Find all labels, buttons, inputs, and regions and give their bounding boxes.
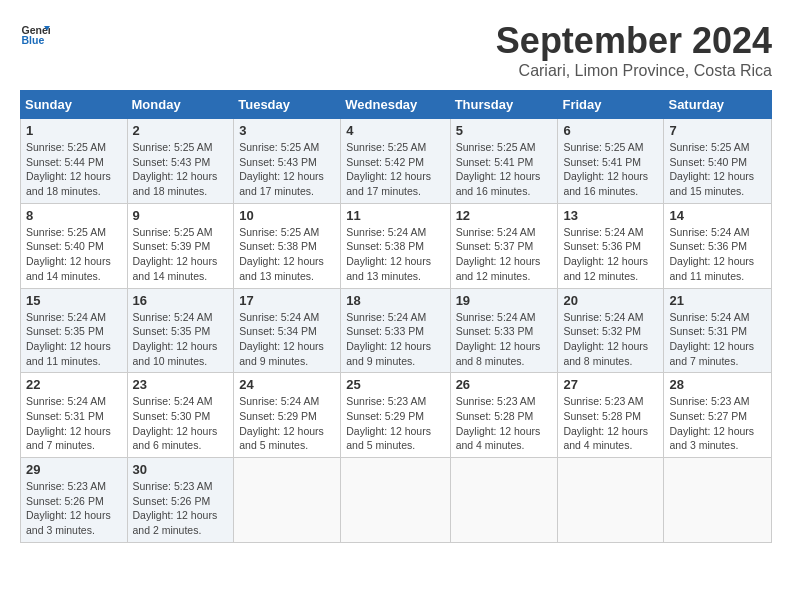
day-info: Sunrise: 5:25 AM Sunset: 5:42 PM Dayligh… bbox=[346, 140, 444, 199]
table-row: 7Sunrise: 5:25 AM Sunset: 5:40 PM Daylig… bbox=[664, 119, 772, 204]
header-monday: Monday bbox=[127, 91, 234, 119]
day-info: Sunrise: 5:23 AM Sunset: 5:28 PM Dayligh… bbox=[456, 394, 553, 453]
day-number: 7 bbox=[669, 123, 766, 138]
day-number: 24 bbox=[239, 377, 335, 392]
day-info: Sunrise: 5:25 AM Sunset: 5:41 PM Dayligh… bbox=[456, 140, 553, 199]
day-number: 17 bbox=[239, 293, 335, 308]
day-info: Sunrise: 5:24 AM Sunset: 5:31 PM Dayligh… bbox=[26, 394, 122, 453]
table-row: 25Sunrise: 5:23 AM Sunset: 5:29 PM Dayli… bbox=[341, 373, 450, 458]
day-info: Sunrise: 5:24 AM Sunset: 5:32 PM Dayligh… bbox=[563, 310, 658, 369]
table-row: 22Sunrise: 5:24 AM Sunset: 5:31 PM Dayli… bbox=[21, 373, 128, 458]
table-row: 14Sunrise: 5:24 AM Sunset: 5:36 PM Dayli… bbox=[664, 203, 772, 288]
day-info: Sunrise: 5:24 AM Sunset: 5:33 PM Dayligh… bbox=[346, 310, 444, 369]
table-row: 10Sunrise: 5:25 AM Sunset: 5:38 PM Dayli… bbox=[234, 203, 341, 288]
table-row: 3Sunrise: 5:25 AM Sunset: 5:43 PM Daylig… bbox=[234, 119, 341, 204]
day-number: 11 bbox=[346, 208, 444, 223]
day-number: 23 bbox=[133, 377, 229, 392]
day-info: Sunrise: 5:25 AM Sunset: 5:43 PM Dayligh… bbox=[133, 140, 229, 199]
table-row: 6Sunrise: 5:25 AM Sunset: 5:41 PM Daylig… bbox=[558, 119, 664, 204]
table-row bbox=[558, 458, 664, 543]
table-row: 28Sunrise: 5:23 AM Sunset: 5:27 PM Dayli… bbox=[664, 373, 772, 458]
day-info: Sunrise: 5:24 AM Sunset: 5:37 PM Dayligh… bbox=[456, 225, 553, 284]
day-info: Sunrise: 5:23 AM Sunset: 5:29 PM Dayligh… bbox=[346, 394, 444, 453]
day-number: 10 bbox=[239, 208, 335, 223]
day-info: Sunrise: 5:24 AM Sunset: 5:31 PM Dayligh… bbox=[669, 310, 766, 369]
day-number: 1 bbox=[26, 123, 122, 138]
day-info: Sunrise: 5:23 AM Sunset: 5:28 PM Dayligh… bbox=[563, 394, 658, 453]
table-row: 20Sunrise: 5:24 AM Sunset: 5:32 PM Dayli… bbox=[558, 288, 664, 373]
table-row: 9Sunrise: 5:25 AM Sunset: 5:39 PM Daylig… bbox=[127, 203, 234, 288]
table-row: 1Sunrise: 5:25 AM Sunset: 5:44 PM Daylig… bbox=[21, 119, 128, 204]
table-row: 24Sunrise: 5:24 AM Sunset: 5:29 PM Dayli… bbox=[234, 373, 341, 458]
day-number: 5 bbox=[456, 123, 553, 138]
table-row: 2Sunrise: 5:25 AM Sunset: 5:43 PM Daylig… bbox=[127, 119, 234, 204]
day-number: 16 bbox=[133, 293, 229, 308]
header-thursday: Thursday bbox=[450, 91, 558, 119]
day-number: 28 bbox=[669, 377, 766, 392]
day-number: 9 bbox=[133, 208, 229, 223]
day-number: 25 bbox=[346, 377, 444, 392]
table-row: 16Sunrise: 5:24 AM Sunset: 5:35 PM Dayli… bbox=[127, 288, 234, 373]
day-info: Sunrise: 5:23 AM Sunset: 5:26 PM Dayligh… bbox=[133, 479, 229, 538]
header-tuesday: Tuesday bbox=[234, 91, 341, 119]
day-number: 29 bbox=[26, 462, 122, 477]
table-row bbox=[450, 458, 558, 543]
day-number: 6 bbox=[563, 123, 658, 138]
day-info: Sunrise: 5:24 AM Sunset: 5:34 PM Dayligh… bbox=[239, 310, 335, 369]
table-row bbox=[341, 458, 450, 543]
day-info: Sunrise: 5:25 AM Sunset: 5:44 PM Dayligh… bbox=[26, 140, 122, 199]
table-row: 23Sunrise: 5:24 AM Sunset: 5:30 PM Dayli… bbox=[127, 373, 234, 458]
day-info: Sunrise: 5:25 AM Sunset: 5:39 PM Dayligh… bbox=[133, 225, 229, 284]
header-wednesday: Wednesday bbox=[341, 91, 450, 119]
day-info: Sunrise: 5:24 AM Sunset: 5:35 PM Dayligh… bbox=[133, 310, 229, 369]
day-number: 12 bbox=[456, 208, 553, 223]
day-number: 27 bbox=[563, 377, 658, 392]
day-number: 30 bbox=[133, 462, 229, 477]
day-number: 4 bbox=[346, 123, 444, 138]
day-number: 13 bbox=[563, 208, 658, 223]
day-number: 3 bbox=[239, 123, 335, 138]
table-row: 29Sunrise: 5:23 AM Sunset: 5:26 PM Dayli… bbox=[21, 458, 128, 543]
day-info: Sunrise: 5:24 AM Sunset: 5:35 PM Dayligh… bbox=[26, 310, 122, 369]
calendar-header: Sunday Monday Tuesday Wednesday Thursday… bbox=[21, 91, 772, 119]
calendar-table: Sunday Monday Tuesday Wednesday Thursday… bbox=[20, 90, 772, 543]
day-number: 8 bbox=[26, 208, 122, 223]
table-row: 4Sunrise: 5:25 AM Sunset: 5:42 PM Daylig… bbox=[341, 119, 450, 204]
table-row: 21Sunrise: 5:24 AM Sunset: 5:31 PM Dayli… bbox=[664, 288, 772, 373]
table-row: 5Sunrise: 5:25 AM Sunset: 5:41 PM Daylig… bbox=[450, 119, 558, 204]
day-info: Sunrise: 5:24 AM Sunset: 5:38 PM Dayligh… bbox=[346, 225, 444, 284]
day-number: 20 bbox=[563, 293, 658, 308]
logo-icon: General Blue bbox=[20, 20, 50, 50]
day-info: Sunrise: 5:25 AM Sunset: 5:43 PM Dayligh… bbox=[239, 140, 335, 199]
day-info: Sunrise: 5:24 AM Sunset: 5:33 PM Dayligh… bbox=[456, 310, 553, 369]
table-row: 12Sunrise: 5:24 AM Sunset: 5:37 PM Dayli… bbox=[450, 203, 558, 288]
day-info: Sunrise: 5:24 AM Sunset: 5:29 PM Dayligh… bbox=[239, 394, 335, 453]
table-row: 11Sunrise: 5:24 AM Sunset: 5:38 PM Dayli… bbox=[341, 203, 450, 288]
location-title: Cariari, Limon Province, Costa Rica bbox=[496, 62, 772, 80]
day-info: Sunrise: 5:24 AM Sunset: 5:30 PM Dayligh… bbox=[133, 394, 229, 453]
day-info: Sunrise: 5:24 AM Sunset: 5:36 PM Dayligh… bbox=[669, 225, 766, 284]
day-info: Sunrise: 5:25 AM Sunset: 5:40 PM Dayligh… bbox=[669, 140, 766, 199]
day-number: 18 bbox=[346, 293, 444, 308]
day-info: Sunrise: 5:23 AM Sunset: 5:26 PM Dayligh… bbox=[26, 479, 122, 538]
day-number: 22 bbox=[26, 377, 122, 392]
table-row: 26Sunrise: 5:23 AM Sunset: 5:28 PM Dayli… bbox=[450, 373, 558, 458]
header-saturday: Saturday bbox=[664, 91, 772, 119]
table-row bbox=[234, 458, 341, 543]
day-number: 2 bbox=[133, 123, 229, 138]
day-info: Sunrise: 5:25 AM Sunset: 5:38 PM Dayligh… bbox=[239, 225, 335, 284]
day-number: 15 bbox=[26, 293, 122, 308]
day-info: Sunrise: 5:25 AM Sunset: 5:40 PM Dayligh… bbox=[26, 225, 122, 284]
table-row: 17Sunrise: 5:24 AM Sunset: 5:34 PM Dayli… bbox=[234, 288, 341, 373]
month-title: September 2024 bbox=[496, 20, 772, 62]
day-number: 26 bbox=[456, 377, 553, 392]
table-row bbox=[664, 458, 772, 543]
logo: General Blue bbox=[20, 20, 50, 50]
table-row: 30Sunrise: 5:23 AM Sunset: 5:26 PM Dayli… bbox=[127, 458, 234, 543]
table-row: 13Sunrise: 5:24 AM Sunset: 5:36 PM Dayli… bbox=[558, 203, 664, 288]
header-friday: Friday bbox=[558, 91, 664, 119]
title-area: September 2024 Cariari, Limon Province, … bbox=[496, 20, 772, 80]
table-row: 15Sunrise: 5:24 AM Sunset: 5:35 PM Dayli… bbox=[21, 288, 128, 373]
calendar-body: 1Sunrise: 5:25 AM Sunset: 5:44 PM Daylig… bbox=[21, 119, 772, 543]
table-row: 8Sunrise: 5:25 AM Sunset: 5:40 PM Daylig… bbox=[21, 203, 128, 288]
